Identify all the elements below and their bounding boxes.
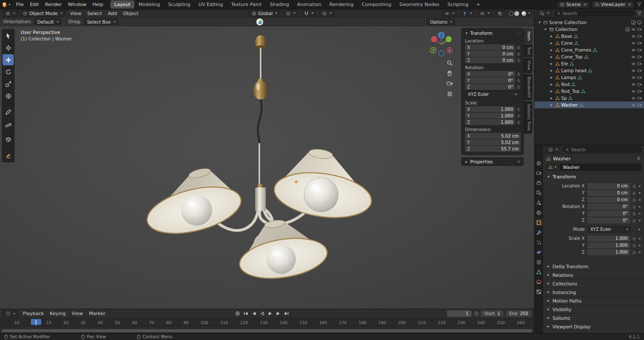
sidebar-tab[interactable]: Item xyxy=(524,29,532,43)
workspace-tab[interactable]: Layout xyxy=(110,0,134,9)
sidebar-tab[interactable]: BlenderKit xyxy=(524,74,532,100)
editor-type-button[interactable]: ▾ xyxy=(3,10,18,17)
animate-dot[interactable] xyxy=(639,206,641,208)
value-field[interactable]: 0 cm xyxy=(587,190,630,196)
xray-toggle[interactable] xyxy=(495,10,505,17)
shading-rendered-button[interactable] xyxy=(522,11,526,16)
lock-icon[interactable] xyxy=(632,218,636,223)
outliner-object-row[interactable]: ▸ Base xyxy=(535,33,644,40)
expand-icon[interactable]: ▸ xyxy=(549,76,554,80)
collapse-icon[interactable]: ▾ xyxy=(464,31,469,35)
outliner-object-row[interactable]: ▸ Ele xyxy=(535,60,644,67)
scale-field[interactable]: Z1.000 xyxy=(465,119,515,125)
navigation-gizmo[interactable]: Z Y X xyxy=(426,29,457,60)
rotation-mode-dropdown[interactable]: XYZ Euler▾ xyxy=(588,227,631,233)
collapsed-panel-header[interactable]: ▸ Instancing xyxy=(543,288,644,296)
properties-tab-particles[interactable] xyxy=(535,239,543,246)
location-field[interactable]: Y0 cm xyxy=(465,51,515,57)
checkbox-icon[interactable] xyxy=(631,20,636,25)
filter-icon[interactable] xyxy=(637,2,641,7)
rotate-tool[interactable] xyxy=(3,66,14,77)
properties-tab-material[interactable] xyxy=(535,278,543,285)
pin-icon[interactable] xyxy=(636,156,641,161)
lock-icon[interactable] xyxy=(632,191,636,195)
shading-solid-button[interactable] xyxy=(514,11,519,16)
collapsed-panel-header[interactable]: ▸ Visibility xyxy=(543,305,644,313)
pivot-point-selector[interactable]: ▾ xyxy=(283,10,298,17)
disable-camera-icon[interactable] xyxy=(637,75,642,80)
rotation-mode-dropdown[interactable]: XYZ Euler▾ xyxy=(465,91,520,98)
add-cube-tool[interactable] xyxy=(3,134,14,145)
scale-field[interactable]: Y1.000 xyxy=(465,113,515,119)
transform-orientation-selector[interactable]: Global▾ xyxy=(249,10,280,17)
cursor-tool[interactable] xyxy=(3,42,14,53)
disable-camera-icon[interactable] xyxy=(637,48,642,52)
frame-end-field[interactable]: End250 xyxy=(506,310,532,317)
animate-dot[interactable] xyxy=(639,238,641,239)
collapsed-panel-header[interactable]: ▸ Motion Paths xyxy=(543,296,644,305)
value-field[interactable]: 0° xyxy=(587,204,630,210)
hide-eye-icon[interactable] xyxy=(631,103,636,107)
dimension-field[interactable]: X5.02 cm xyxy=(465,133,521,139)
hide-eye-icon[interactable] xyxy=(631,82,636,87)
expand-icon[interactable]: ▸ xyxy=(549,55,554,59)
location-field[interactable]: Z0 cm xyxy=(465,57,515,63)
properties-tab-object[interactable] xyxy=(535,219,543,226)
options-dropdown[interactable]: Options▾ xyxy=(427,18,455,25)
expand-icon[interactable]: ▸ xyxy=(549,83,554,86)
hide-eye-icon[interactable] xyxy=(631,68,636,73)
annotate-tool[interactable] xyxy=(3,106,14,117)
viewport-menu-item[interactable]: Object xyxy=(120,11,142,16)
lock-icon[interactable] xyxy=(516,113,521,118)
workspace-tab[interactable]: Geometry Nodes xyxy=(395,0,443,9)
disable-camera-icon[interactable] xyxy=(637,41,642,46)
properties-search-input[interactable] xyxy=(571,147,639,152)
lock-icon[interactable] xyxy=(516,120,521,124)
workspace-tab[interactable]: Animation xyxy=(293,0,325,9)
blender-menu-button[interactable]: ▾ xyxy=(3,2,10,7)
mode-selector[interactable]: Object Mode▾ xyxy=(20,10,65,17)
timeline-menu-item[interactable]: View xyxy=(69,311,86,316)
blenderkit-widget[interactable] xyxy=(256,18,263,25)
animate-dot[interactable] xyxy=(639,245,641,246)
proportional-editing-toggle[interactable]: ▾ xyxy=(319,10,334,17)
filter-icon[interactable] xyxy=(637,11,642,16)
expand-icon[interactable]: ▸ xyxy=(549,69,554,73)
camera-view-icon[interactable] xyxy=(447,80,453,87)
value-field[interactable]: 0° xyxy=(587,211,630,217)
menu-item[interactable]: Edit xyxy=(27,1,42,8)
lock-icon[interactable] xyxy=(632,184,636,188)
sidebar-tab[interactable]: Tool xyxy=(524,44,532,57)
viewport-menu-item[interactable]: Select xyxy=(84,11,105,16)
outliner-object-row[interactable]: ▸ Lamp head xyxy=(535,67,644,74)
timeline-menu-item[interactable]: Marker xyxy=(86,311,108,316)
outliner-object-row[interactable]: ▸ Rod_Top xyxy=(535,88,644,95)
menu-item[interactable]: Help xyxy=(89,1,106,8)
collapsed-panel-header[interactable]: ▸ Sollumz xyxy=(543,313,644,322)
hide-eye-icon[interactable] xyxy=(631,27,636,32)
current-frame-playhead[interactable]: 1 xyxy=(31,319,41,325)
hide-eye-icon[interactable] xyxy=(631,75,636,80)
remove-icon[interactable]: × xyxy=(627,2,632,7)
outliner-object-row[interactable]: ▸ Cone_Frames xyxy=(535,46,644,53)
shading-material-button[interactable] xyxy=(520,13,521,14)
jump-to-start-button[interactable] xyxy=(242,311,249,317)
current-frame-field[interactable]: 1 xyxy=(447,310,472,317)
menu-icon[interactable]: ≡ xyxy=(517,159,521,164)
properties-tab-render[interactable] xyxy=(535,169,543,177)
rotation-field[interactable]: Y0° xyxy=(465,77,515,83)
workspace-tab[interactable]: Texture Paint xyxy=(228,0,266,9)
workspace-tab[interactable]: Shading xyxy=(266,0,293,9)
hide-eye-icon[interactable] xyxy=(631,41,636,46)
value-field[interactable]: 1.000 xyxy=(587,249,630,255)
zoom-icon[interactable] xyxy=(447,60,453,66)
lock-icon[interactable] xyxy=(516,58,521,62)
dimension-field[interactable]: Y5.02 cm xyxy=(465,139,521,145)
outliner-object-row[interactable]: ▸ Rod xyxy=(535,81,644,88)
next-keyframe-button[interactable] xyxy=(275,311,282,317)
outliner-object-row[interactable]: ▸ Washer xyxy=(535,101,644,108)
properties-tab-world[interactable] xyxy=(535,209,543,216)
animate-dot[interactable] xyxy=(639,220,641,221)
collapsed-panel-header[interactable]: ▸ Delta Transform xyxy=(543,262,644,270)
render-visibility-icon[interactable] xyxy=(637,20,642,25)
